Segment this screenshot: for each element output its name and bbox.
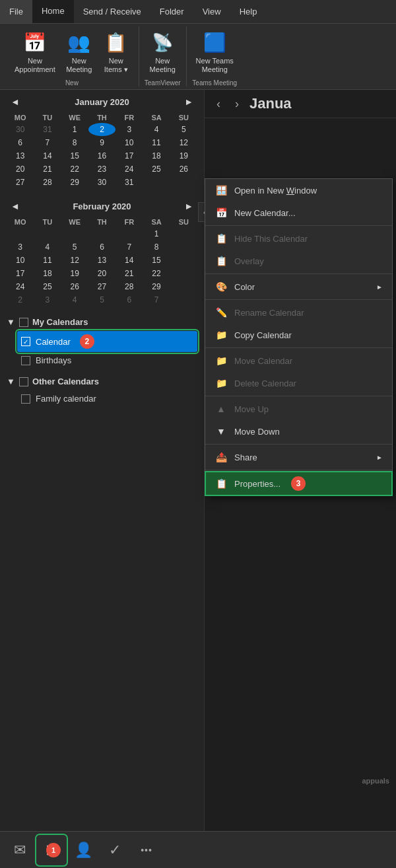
nav-tasks-button[interactable]: ✓ <box>100 836 129 865</box>
jan-w2-d3[interactable]: 8 <box>61 136 88 149</box>
right-panel-next-button[interactable]: › <box>231 96 243 112</box>
nav-people-button[interactable]: 👤 <box>69 836 98 865</box>
new-meeting-button[interactable]: 👥 NewMeeting <box>62 26 96 77</box>
jan-w1-d2[interactable]: 31 <box>34 123 61 136</box>
jan-w2-d7[interactable]: 12 <box>170 136 197 149</box>
feb-w4-d3[interactable]: 19 <box>61 267 88 280</box>
feb-w6-d7[interactable] <box>170 293 197 307</box>
menu-view[interactable]: View <box>193 0 230 23</box>
ctx-share[interactable]: 📤 Share ► <box>205 446 392 468</box>
menu-file[interactable]: File <box>0 0 32 23</box>
feb-w2-d4[interactable]: 6 <box>88 240 116 254</box>
jan-w3-d5[interactable]: 17 <box>116 149 143 163</box>
jan-w1-d7[interactable]: 5 <box>170 123 197 136</box>
feb-w4-d4[interactable]: 20 <box>88 267 116 280</box>
new-teams-meeting-button[interactable]: 🟦 New TeamsMeeting <box>192 26 238 77</box>
feb-w1-d2[interactable] <box>34 227 61 240</box>
feb-w1-d4[interactable] <box>88 227 116 240</box>
jan-w4-d1[interactable]: 20 <box>7 163 34 176</box>
feb-w6-d1[interactable]: 2 <box>7 293 34 307</box>
feb-w5-d6[interactable]: 29 <box>143 280 170 293</box>
ctx-new-calendar[interactable]: 📅 New Calendar... <box>205 201 392 224</box>
jan-w4-d6[interactable]: 25 <box>143 163 170 176</box>
february-next-button[interactable]: ► <box>180 199 197 213</box>
feb-w3-d2[interactable]: 11 <box>34 254 61 267</box>
feb-w1-d7[interactable] <box>170 227 197 240</box>
jan-w1-d1[interactable]: 30 <box>7 123 34 136</box>
new-meeting-tv-button[interactable]: 📡 NewMeeting <box>145 26 180 77</box>
other-calendars-header[interactable]: ▼ Other Calendars <box>7 377 197 386</box>
january-prev-button[interactable]: ◄ <box>7 95 24 108</box>
jan-w3-d6[interactable]: 18 <box>143 149 170 163</box>
jan-w2-d2[interactable]: 7 <box>34 136 61 149</box>
new-items-button[interactable]: 📋 NewItems ▾ <box>99 26 133 77</box>
menu-folder[interactable]: Folder <box>150 0 193 23</box>
january-next-button[interactable]: ► <box>180 95 197 108</box>
feb-w3-d1[interactable]: 10 <box>7 254 34 267</box>
ctx-open-new-window[interactable]: 🪟 Open in New Window <box>205 179 392 201</box>
feb-w5-d4[interactable]: 27 <box>88 280 116 293</box>
feb-w2-d7[interactable] <box>170 240 197 254</box>
feb-w3-d4[interactable]: 13 <box>88 254 116 267</box>
calendar-item-family[interactable]: Family calendar <box>17 390 197 407</box>
jan-w5-d1[interactable]: 27 <box>7 176 34 189</box>
feb-w4-d6[interactable]: 22 <box>143 267 170 280</box>
jan-w2-d5[interactable]: 10 <box>116 136 143 149</box>
feb-w2-d1[interactable]: 3 <box>7 240 34 254</box>
feb-w6-d3[interactable]: 4 <box>61 293 88 307</box>
feb-w1-d5[interactable] <box>116 227 143 240</box>
jan-w2-d1[interactable]: 6 <box>7 136 34 149</box>
february-prev-button[interactable]: ◄ <box>7 199 24 213</box>
feb-w2-d3[interactable]: 5 <box>61 240 88 254</box>
feb-w6-d4[interactable]: 5 <box>88 293 116 307</box>
feb-w5-d1[interactable]: 24 <box>7 280 34 293</box>
jan-w1-d3[interactable]: 1 <box>61 123 88 136</box>
jan-w4-d5[interactable]: 24 <box>116 163 143 176</box>
jan-w5-d2[interactable]: 28 <box>34 176 61 189</box>
menu-home[interactable]: Home <box>32 0 74 23</box>
feb-w2-d2[interactable]: 4 <box>34 240 61 254</box>
feb-w3-d7[interactable] <box>170 254 197 267</box>
nav-mail-button[interactable]: ✉ <box>5 836 34 865</box>
jan-w5-d7[interactable] <box>170 176 197 189</box>
feb-w6-d6[interactable]: 7 <box>143 293 170 307</box>
new-appointment-button[interactable]: 📅 NewAppointment <box>11 26 59 77</box>
jan-w1-d5[interactable]: 3 <box>116 123 143 136</box>
ctx-copy-calendar[interactable]: 📁 Copy Calendar <box>205 324 392 346</box>
menu-send-receive[interactable]: Send / Receive <box>74 0 150 23</box>
feb-w5-d5[interactable]: 28 <box>116 280 143 293</box>
feb-w1-d3[interactable] <box>61 227 88 240</box>
jan-w3-d1[interactable]: 13 <box>7 149 34 163</box>
feb-w5-d2[interactable]: 25 <box>34 280 61 293</box>
jan-w3-d4[interactable]: 16 <box>88 149 116 163</box>
feb-w4-d2[interactable]: 18 <box>34 267 61 280</box>
calendar-item-calendar[interactable]: Calendar 2 <box>17 331 197 352</box>
right-panel-prev-button[interactable]: ‹ <box>213 96 224 112</box>
feb-w3-d3[interactable]: 12 <box>61 254 88 267</box>
jan-w2-d6[interactable]: 11 <box>143 136 170 149</box>
jan-w1-d4[interactable]: 2 <box>88 123 116 136</box>
jan-w3-d3[interactable]: 15 <box>61 149 88 163</box>
feb-w5-d3[interactable]: 26 <box>61 280 88 293</box>
feb-w5-d7[interactable] <box>170 280 197 293</box>
my-calendars-header[interactable]: ▼ My Calendars <box>7 317 197 327</box>
ctx-properties[interactable]: 📋 Properties... 3 <box>205 472 392 495</box>
feb-w6-d5[interactable]: 6 <box>116 293 143 307</box>
feb-w2-d6[interactable]: 8 <box>143 240 170 254</box>
feb-w1-d1[interactable] <box>7 227 34 240</box>
jan-w3-d7[interactable]: 19 <box>170 149 197 163</box>
jan-w4-d2[interactable]: 21 <box>34 163 61 176</box>
jan-w4-d4[interactable]: 23 <box>88 163 116 176</box>
jan-w5-d6[interactable] <box>143 176 170 189</box>
nav-more-button[interactable]: ••• <box>132 836 161 865</box>
feb-w1-d6[interactable]: 1 <box>143 227 170 240</box>
jan-w5-d3[interactable]: 29 <box>61 176 88 189</box>
jan-w5-d4[interactable]: 30 <box>88 176 116 189</box>
feb-w4-d1[interactable]: 17 <box>7 267 34 280</box>
jan-w2-d4[interactable]: 9 <box>88 136 116 149</box>
jan-w4-d7[interactable]: 26 <box>170 163 197 176</box>
feb-w3-d5[interactable]: 14 <box>116 254 143 267</box>
ctx-move-down[interactable]: ▼ Move Down <box>205 420 392 443</box>
menu-help[interactable]: Help <box>230 0 267 23</box>
feb-w4-d5[interactable]: 21 <box>116 267 143 280</box>
